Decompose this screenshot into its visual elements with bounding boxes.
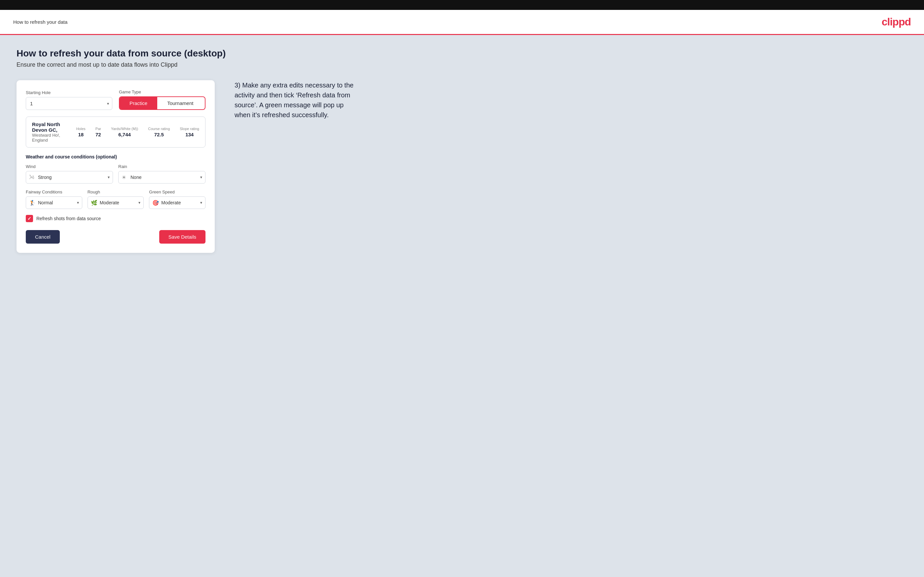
starting-hole-group: Starting Hole 1 ▾ — [26, 90, 112, 110]
green-speed-group: Green Speed 🎯 Moderate Slow Fast ▾ — [149, 190, 205, 209]
course-name: Royal North Devon GC, — [32, 121, 76, 133]
tournament-button[interactable]: Tournament — [157, 97, 203, 109]
holes-value: 18 — [78, 132, 84, 137]
save-button[interactable]: Save Details — [159, 230, 205, 243]
slope-rating-value: 134 — [185, 132, 194, 137]
page-title: How to refresh your data from source (de… — [16, 48, 908, 59]
yards-stat: Yards/White (M)) 6,744 — [111, 127, 138, 137]
checkmark-icon: ✓ — [27, 216, 31, 221]
rough-select[interactable]: Moderate Light Heavy — [87, 197, 144, 209]
refresh-label: Refresh shots from data source — [36, 216, 101, 221]
wind-label: Wind — [26, 164, 113, 169]
green-speed-label: Green Speed — [149, 190, 205, 194]
header: How to refresh your data clippd — [0, 10, 924, 35]
rain-group: Rain ☀ None Light Heavy ▾ — [118, 164, 205, 184]
practice-button[interactable]: Practice — [120, 97, 157, 109]
game-type-group: Game Type Practice Tournament — [119, 89, 205, 110]
form-card: Starting Hole 1 ▾ Game Type Practice Tou… — [16, 80, 215, 253]
rain-select-wrapper: ☀ None Light Heavy ▾ — [118, 171, 205, 184]
starting-hole-select[interactable]: 1 — [26, 97, 112, 110]
green-speed-select-wrapper: 🎯 Moderate Slow Fast ▾ — [149, 197, 205, 209]
green-speed-select[interactable]: Moderate Slow Fast — [149, 197, 205, 209]
cancel-button[interactable]: Cancel — [26, 230, 60, 243]
wind-select-wrapper: 🌬 Strong Moderate Light None ▾ — [26, 171, 113, 184]
rain-label: Rain — [118, 164, 205, 169]
refresh-checkbox-row: ✓ Refresh shots from data source — [26, 215, 205, 222]
fairway-select-wrapper: 🏌 Normal Soft Hard ▾ — [26, 197, 82, 209]
top-form-row: Starting Hole 1 ▾ Game Type Practice Tou… — [26, 89, 205, 110]
yards-value: 6,744 — [118, 132, 131, 137]
conditions-section-title: Weather and course conditions (optional) — [26, 154, 205, 160]
header-title: How to refresh your data — [13, 19, 68, 25]
rough-label: Rough — [87, 190, 144, 194]
fairway-group: Fairway Conditions 🏌 Normal Soft Hard ▾ — [26, 190, 82, 209]
main-content: How to refresh your data from source (de… — [0, 35, 924, 577]
holes-stat: Holes 18 — [76, 127, 86, 137]
top-bar — [0, 0, 924, 10]
course-stats: Holes 18 Par 72 Yards/White (M)) 6,744 C… — [76, 127, 199, 137]
logo: clippd — [882, 16, 911, 28]
game-type-toggle: Practice Tournament — [119, 97, 205, 110]
slope-rating-stat: Slope rating 134 — [180, 127, 199, 137]
holes-label: Holes — [76, 127, 86, 131]
starting-hole-select-wrapper: 1 ▾ — [26, 97, 112, 110]
slope-rating-label: Slope rating — [180, 127, 199, 131]
par-value: 72 — [95, 132, 101, 137]
course-info: Royal North Devon GC, Westward Ho!, Engl… — [32, 121, 76, 143]
rough-select-wrapper: 🌿 Moderate Light Heavy ▾ — [87, 197, 144, 209]
wind-select[interactable]: Strong Moderate Light None — [26, 171, 113, 184]
side-instructions: 3) Make any extra edits necessary to the… — [234, 80, 360, 120]
course-location: Westward Ho!, England — [32, 133, 76, 143]
game-type-label: Game Type — [119, 89, 205, 94]
course-rating-label: Course rating — [148, 127, 170, 131]
page-subtitle: Ensure the correct and most up to date d… — [16, 61, 908, 68]
fairway-rough-green-row: Fairway Conditions 🏌 Normal Soft Hard ▾ … — [26, 190, 205, 209]
rain-select[interactable]: None Light Heavy — [118, 171, 205, 184]
fairway-label: Fairway Conditions — [26, 190, 82, 194]
course-card: Royal North Devon GC, Westward Ho!, Engl… — [26, 116, 205, 148]
wind-rain-row: Wind 🌬 Strong Moderate Light None ▾ Rain — [26, 164, 205, 184]
starting-hole-label: Starting Hole — [26, 90, 112, 95]
wind-group: Wind 🌬 Strong Moderate Light None ▾ — [26, 164, 113, 184]
yards-label: Yards/White (M)) — [111, 127, 138, 131]
course-rating-value: 72.5 — [154, 132, 164, 137]
action-row: Cancel Save Details — [26, 230, 205, 243]
content-row: Starting Hole 1 ▾ Game Type Practice Tou… — [16, 80, 908, 253]
rough-group: Rough 🌿 Moderate Light Heavy ▾ — [87, 190, 144, 209]
refresh-checkbox[interactable]: ✓ — [26, 215, 33, 222]
fairway-select[interactable]: Normal Soft Hard — [26, 197, 82, 209]
par-label: Par — [95, 127, 101, 131]
par-stat: Par 72 — [95, 127, 101, 137]
course-rating-stat: Course rating 72.5 — [148, 127, 170, 137]
instruction-text: 3) Make any extra edits necessary to the… — [234, 80, 360, 120]
